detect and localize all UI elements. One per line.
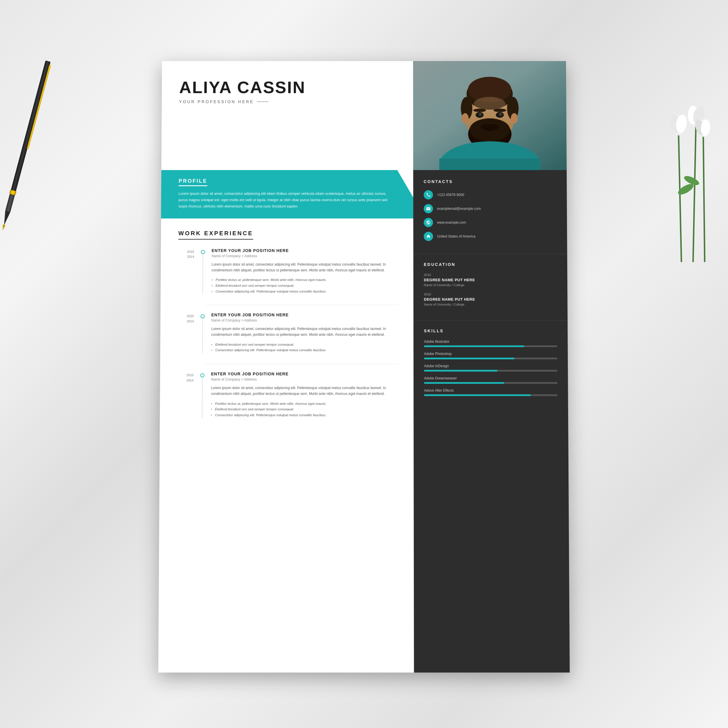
job-years-2: 2010 2014 [177,312,194,353]
web-text: www.example.com [437,220,466,225]
svg-point-28 [499,113,502,116]
scene: ALIYA CASSIN YOUR PROFESSION HERE PROFIL… [0,0,728,728]
skill-item-4: Adove After Effects [424,388,557,396]
bullet-item: Porttitor lectus ut, pellentesque sem. M… [211,401,399,407]
job-years-1: 2010 2014 [178,248,194,294]
skill-bar-fill-3 [424,382,504,384]
job-divider-2 [205,364,399,364]
job-dot-3 [199,372,205,418]
bullet-item: Eleifend tincidunt orci sed semper tempo… [211,283,399,289]
decorative-tulips [658,58,722,263]
bullet-item: Eleifend tincidunt orci sed semper tempo… [211,342,399,348]
edu-entry-1: 2016 DEGREE NAME PUT HERE Name of Univer… [424,273,557,287]
job-divider-1 [206,304,399,305]
contacts-title: CONTACTS [424,179,557,184]
skill-item-1: Adobe Photoshop [424,352,557,359]
job-content-2: ENTER YOUR JOB POSITION HERE Name of Com… [211,312,399,353]
header-text: ALIYA CASSIN YOUR PROFESSION HERE [161,61,413,170]
bullet-item: Porttitor lectus ut, pellentesque sem. M… [211,277,399,283]
bullet-item: Consectetur adipiscing elit. Pellentesqu… [211,412,399,418]
job-entry-3: 2010 2014 ENTER YOUR JOB POSITION HERE N… [177,372,399,418]
profile-section: PROFILE Lorem ipsum dolor sit amet, cons… [161,170,413,219]
skill-bar-bg-3 [424,382,557,384]
location-icon [424,232,433,241]
svg-line-0 [679,131,681,262]
job-title-1: ENTER YOUR JOB POSITION HERE [212,248,399,253]
education-title: EDUCATION [424,262,557,267]
bullet-item: Eleifend tincidunt orci sed semper tempo… [211,407,399,412]
svg-point-37 [462,113,468,124]
work-experience-section: WORK EXPERIENCE 2010 2014 ENTER YOUR JOB… [160,219,414,429]
job-bullets-2: Eleifend tincidunt orci sed semper tempo… [211,342,399,353]
skills-title: SKILLS [424,329,557,333]
svg-line-1 [693,122,696,262]
resume-document: ALIYA CASSIN YOUR PROFESSION HERE PROFIL… [158,61,570,673]
edu-school-2: Name of University / College [424,303,557,306]
skill-bar-fill-1 [424,358,515,359]
decorative-pen [0,59,57,226]
skill-name-4: Adove After Effects [424,388,557,393]
contact-phone: +123 45678 9000 [424,190,557,199]
skill-name-2: Adobe InDesign [424,364,557,368]
profile-title: PROFILE [179,178,207,187]
svg-rect-40 [439,158,540,170]
skill-bar-bg-0 [424,346,557,347]
header-area: ALIYA CASSIN YOUR PROFESSION HERE [161,61,413,170]
edu-school-1: Name of University / College [424,283,557,287]
job-content-1: ENTER YOUR JOB POSITION HERE Name of Com… [211,248,399,294]
job-company-1: Name of Company > Address [212,254,399,258]
contact-email: examplemail@example.com [424,204,557,213]
candidate-name: ALIYA CASSIN [179,78,399,97]
job-dot-2 [199,312,206,353]
job-desc-3: Lorem ipsum dolor sit amet, consectetur … [211,385,399,397]
svg-line-2 [703,134,705,262]
svg-point-36 [485,127,494,131]
job-title-3: ENTER YOUR JOB POSITION HERE [211,372,399,376]
candidate-photo [413,61,566,170]
edu-degree-2: DEGREE NAME PUT HERE [424,297,557,301]
education-section: EDUCATION 2016 DEGREE NAME PUT HERE Name… [413,254,567,320]
right-panel: CONTACTS +123 45678 9000 examplemail@exa… [413,61,570,673]
work-experience-title: WORK EXPERIENCE [178,230,253,240]
skill-bar-fill-2 [424,370,497,372]
svg-point-38 [511,113,518,124]
edu-degree-1: DEGREE NAME PUT HERE [424,278,557,282]
edu-year-2: 2016 [424,293,557,296]
job-company-3: Name of Company > Address [211,378,399,381]
job-desc-1: Lorem ipsum dolor sit amet, consectetur … [211,262,399,274]
job-content-3: ENTER YOUR JOB POSITION HERE Name of Com… [211,372,399,418]
skill-bar-fill-4 [424,394,531,396]
job-entry-1: 2010 2014 ENTER YOUR JOB POSITION HERE N… [178,248,399,294]
skill-bar-bg-2 [424,370,557,372]
phone-icon [424,190,433,199]
web-icon [424,218,433,227]
job-years-3: 2010 2014 [177,372,194,418]
skills-section: SKILLS Adobe Illustrator Adobe Photoshop… [413,320,568,409]
job-bullets-1: Porttitor lectus ut, pellentesque sem. M… [211,277,399,294]
contact-location: United States of America [424,232,557,241]
skill-bar-fill-0 [424,346,524,347]
skill-name-1: Adobe Photoshop [424,352,557,356]
email-text: examplemail@example.com [437,207,481,211]
contact-web: www.example.com [424,218,557,227]
phone-text: +123 45678 9000 [437,193,464,197]
svg-point-23 [473,109,486,112]
candidate-profession: YOUR PROFESSION HERE [179,99,399,104]
job-company-2: Name of Company > Address [211,318,399,322]
skill-bar-bg-1 [424,358,557,359]
skill-bar-bg-4 [424,394,557,396]
job-desc-2: Lorem ipsum dolor sit amet, consectetur … [211,326,399,338]
job-dot-1 [200,248,206,294]
skill-item-3: Adobe Dreamweaver [424,376,557,384]
contacts-section: CONTACTS +123 45678 9000 examplemail@exa… [413,170,567,254]
skill-item-2: Adobe InDesign [424,364,557,372]
left-panel: ALIYA CASSIN YOUR PROFESSION HERE PROFIL… [158,61,414,673]
skill-item-0: Adobe Illustrator [424,340,557,347]
profile-text: Lorem ipsum dolor sit amet, consectetur … [179,191,396,210]
location-text: United States of America [437,234,476,239]
email-icon [424,204,433,213]
bullet-item: Consectetur adipiscing elit. Pellentesqu… [211,289,399,294]
edu-year-1: 2016 [424,273,557,277]
svg-point-24 [494,109,506,112]
svg-point-27 [479,113,482,116]
